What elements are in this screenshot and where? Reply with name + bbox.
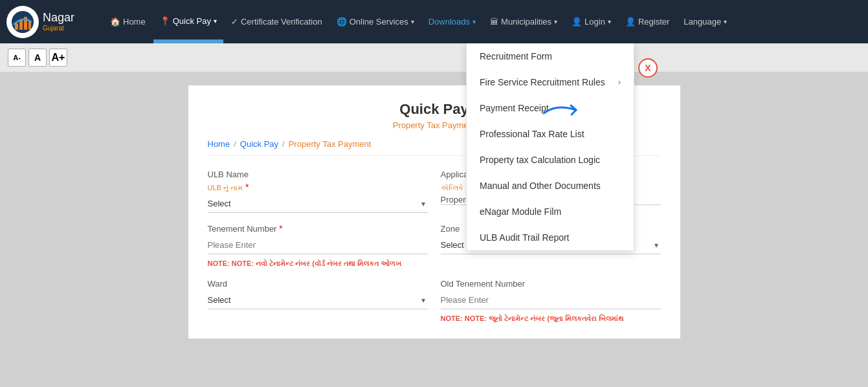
close-button[interactable]: X — [638, 58, 658, 78]
nav-online-services[interactable]: 🌐 Online Services ▾ — [330, 0, 421, 43]
ulb-select[interactable]: Select — [208, 195, 428, 212]
nav-login[interactable]: 👤 Login ▾ — [565, 0, 618, 43]
chevron-right-icon: › — [618, 78, 621, 87]
breadcrumb-current: Property Tax Payment — [289, 139, 372, 149]
dropdown-fire-service[interactable]: Fire Service Recruitment Rules › — [467, 69, 634, 95]
chevron-down-icon-muni: ▾ — [554, 18, 557, 25]
note-old: NOTE: NOTE: જૂનો ટેનામેન્ટ નંબર (જૂના મિ… — [441, 315, 661, 323]
ulb-name-label-gujarati: ULB નું નામ — [208, 184, 243, 192]
nav-register[interactable]: 👤 Register — [619, 0, 676, 43]
user-icon: 👤 — [572, 17, 582, 27]
zone-label: Zone — [441, 224, 460, 234]
font-controls: A- A A+ — [0, 43, 868, 72]
chevron-down-icon-login: ▾ — [608, 18, 611, 25]
old-tenement-label: Old Tenement Number — [441, 279, 526, 289]
note-new: NOTE: NOTE: નવો ટેનામેન્ટ નંબર (વૉર્ડ નં… — [208, 260, 428, 268]
chevron-down-icon: ▾ — [214, 17, 217, 25]
svg-rect-4 — [28, 21, 31, 30]
chevron-down-icon-online: ▾ — [411, 18, 414, 25]
ulb-name-group: ULB Name ULB નું નામ * Select ▾ — [208, 169, 428, 213]
dropdown-manual-docs[interactable]: Manual and Other Documents — [467, 173, 634, 199]
ward-select[interactable]: Select — [208, 291, 428, 309]
downloads-dropdown: Recruitment Form Fire Service Recruitmen… — [466, 43, 634, 251]
required-star-ten: * — [279, 223, 282, 234]
breadcrumb-quick-pay[interactable]: Quick Pay — [240, 139, 278, 149]
user-plus-icon: 👤 — [625, 17, 636, 27]
tenement-label: Tenement Number — [208, 224, 277, 234]
font-increase-button[interactable]: A+ — [49, 49, 67, 67]
ward-label: Ward — [208, 279, 228, 289]
breadcrumb-home[interactable]: Home — [208, 139, 230, 149]
pin-icon: 📍 — [160, 16, 170, 26]
dropdown-recruitment-form[interactable]: Recruitment Form — [467, 43, 634, 69]
globe-icon: 🌐 — [337, 17, 347, 27]
font-normal-button[interactable]: A — [28, 49, 47, 67]
ward-select-wrapper: Select ▾ — [208, 291, 428, 309]
nav-municipalities[interactable]: 🏛 Municipalities ▾ — [484, 0, 564, 43]
nav-home[interactable]: 🏠 Home — [104, 0, 152, 43]
application-label-gujarati: એપ્લિકે — [441, 184, 463, 192]
nav-cert-verification[interactable]: ✓ Certificate Verification — [225, 0, 329, 43]
old-tenement-group: Old Tenement Number NOTE: NOTE: જૂનો ટેન… — [441, 278, 661, 323]
tenement-number-group: Tenement Number * NOTE: NOTE: નવો ટેનામે… — [208, 223, 428, 268]
font-decrease-button[interactable]: A- — [8, 49, 26, 67]
dropdown-ulb-audit[interactable]: ULB Audit Trail Report — [467, 225, 634, 250]
breadcrumb-sep-1: / — [234, 139, 236, 149]
required-star-ulb: * — [245, 182, 249, 192]
logo[interactable]: Nagar Gujarat — [6, 6, 91, 38]
ulb-name-label: ULB Name — [208, 170, 249, 179]
nav-language[interactable]: Language ▾ — [677, 0, 733, 43]
svg-rect-1 — [15, 23, 18, 30]
dropdown-payment-receipt[interactable]: Payment Receipt — [467, 95, 634, 121]
ulb-select-wrapper: Select ▾ — [208, 195, 428, 213]
nav-quick-pay[interactable]: 📍 Quick Pay ▾ — [153, 0, 223, 43]
nav-items: 🏠 Home 📍 Quick Pay ▾ ✓ Certificate Verif… — [104, 0, 862, 43]
navbar: Nagar Gujarat 🏠 Home 📍 Quick Pay ▾ ✓ Cer… — [0, 0, 868, 43]
tenement-input[interactable] — [208, 236, 428, 254]
dropdown-enagar-film[interactable]: eNagar Module Film — [467, 199, 634, 225]
home-icon: 🏠 — [110, 17, 120, 27]
building-icon: 🏛 — [490, 17, 498, 27]
dropdown-property-calc[interactable]: Property tax Calculation Logic — [467, 147, 634, 173]
logo-circle — [6, 6, 39, 38]
check-icon: ✓ — [231, 17, 238, 27]
breadcrumb-sep-2: / — [282, 139, 285, 149]
old-tenement-input[interactable] — [441, 291, 661, 309]
chevron-down-icon-downloads: ▾ — [473, 18, 476, 25]
dropdown-professional-tax[interactable]: Professional Tax Rate List — [467, 121, 634, 147]
nav-downloads[interactable]: Downloads ▾ — [422, 0, 482, 43]
brand-name: Nagar Gujarat — [43, 12, 74, 32]
chevron-down-icon-lang: ▾ — [724, 18, 727, 25]
ward-group: Ward Select ▾ — [208, 278, 428, 323]
